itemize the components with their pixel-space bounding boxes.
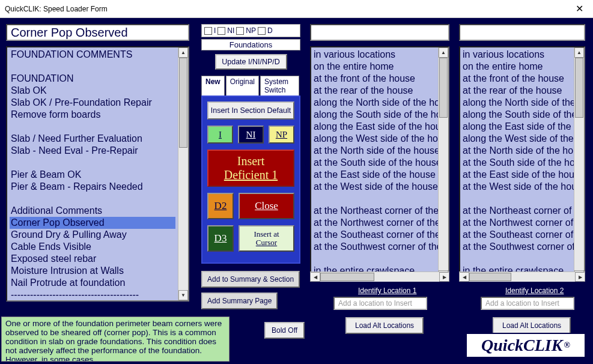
scroll-up-icon[interactable]: ▲	[574, 47, 584, 58]
list-item[interactable]: along the South side of the house	[463, 109, 571, 121]
list-item[interactable]: Slab OK / Pre-Foundation Repair	[10, 97, 175, 109]
list-item[interactable]: along the East side of the house	[463, 121, 571, 133]
loc1-scrollbar[interactable]: ▲ ▼	[438, 47, 448, 281]
list-item[interactable]: Slab OK	[10, 85, 175, 97]
list-item[interactable]	[10, 193, 175, 205]
tab-original[interactable]: Original	[226, 76, 259, 96]
list-item[interactable]: FOUNDATION	[10, 73, 175, 85]
list-item[interactable]: at the front of the house	[463, 73, 571, 85]
bold-off-button[interactable]: Bold Off	[264, 322, 305, 339]
d3-button[interactable]: D3	[207, 225, 234, 252]
list-item[interactable]: Remove form boards	[10, 109, 175, 121]
scroll-right-icon[interactable]: ▶	[439, 272, 449, 282]
list-item[interactable]: at the East side of the house	[314, 169, 436, 181]
list-item[interactable]: in various locations	[463, 49, 571, 61]
list-item[interactable]: at the South side of the house	[314, 157, 436, 169]
location2-input[interactable]: Add a location to Insert	[481, 297, 574, 310]
scroll-thumb[interactable]	[439, 58, 448, 118]
add-summary-section-button[interactable]: Add to Summary & Section	[201, 271, 300, 288]
location2-header-input[interactable]	[459, 24, 585, 41]
insert-i-button[interactable]: I	[207, 126, 233, 144]
list-item[interactable]: Pier & Beam OK	[10, 169, 175, 181]
list-item[interactable]: at the rear of the house	[314, 85, 436, 97]
list-item[interactable]: at the rear of the house	[463, 85, 571, 97]
checkbox-d[interactable]	[258, 27, 266, 35]
scroll-thumb[interactable]	[179, 58, 187, 148]
list-item[interactable]: on the entire home	[314, 61, 436, 73]
list-item[interactable]: in various locations	[314, 49, 436, 61]
list-item[interactable]: at the Southwest corner of the	[314, 241, 436, 253]
loc2-scrollbar[interactable]: ▲ ▼	[574, 47, 584, 281]
list-item[interactable]: at the Southwest corner of the	[463, 241, 571, 253]
scroll-left-icon[interactable]: ◀	[310, 272, 320, 282]
list-item[interactable]: at the East side of the house	[463, 169, 571, 181]
list-item[interactable]: Pier & Beam - Repairs Needed	[10, 181, 175, 193]
close-icon[interactable]: ✕	[571, 3, 588, 14]
list-item[interactable]: Corner Pop Observed	[10, 217, 175, 229]
list-item[interactable]	[314, 253, 436, 265]
list-item[interactable]	[314, 193, 436, 205]
list-item[interactable]: Moisture Intrusion at Walls	[10, 265, 175, 277]
loc1-hscroll[interactable]: ◀ ▶	[310, 271, 449, 282]
list-item[interactable]: at the North side of the house	[463, 145, 571, 157]
list-item[interactable]: at the Northwest corner of the	[463, 217, 571, 229]
list-item[interactable]: Nail Protrude at foundation	[10, 277, 175, 289]
d2-button[interactable]: D2	[207, 193, 234, 219]
checkbox-i[interactable]	[204, 27, 212, 35]
list-item[interactable]	[10, 61, 175, 73]
insert-section-default-button[interactable]: Insert In Section Default	[207, 102, 294, 120]
list-item[interactable]: along the North side of the house	[463, 97, 571, 109]
list-item[interactable]: Cable Ends Visible	[10, 241, 175, 253]
list-item[interactable]: Additional Comments	[10, 205, 175, 217]
list-item[interactable]	[463, 253, 571, 265]
list-item[interactable]: ----------------------------------------	[10, 289, 175, 300]
list-item[interactable]: Slab / Need Further Evaluation	[10, 133, 175, 145]
list-item[interactable]: at the Northwest corner of the	[314, 217, 436, 229]
scroll-left-icon[interactable]: ◀	[459, 272, 469, 282]
comments-listbox[interactable]: FOUNDATION COMMENTSFOUNDATIONSlab OKSlab…	[6, 46, 189, 302]
load-alt-locations-1-button[interactable]: Load Alt Locations	[345, 317, 424, 334]
location1-header-input[interactable]	[310, 24, 449, 41]
list-item[interactable]	[463, 193, 571, 205]
insert-at-cursor-button[interactable]: Insert at Cursor	[239, 225, 294, 252]
list-item[interactable]: on the entire home	[463, 61, 571, 73]
load-alt-locations-2-button[interactable]: Load Alt Locations	[493, 317, 571, 334]
list-item[interactable]: at the South side of the house	[463, 157, 571, 169]
checkbox-np[interactable]	[236, 27, 244, 35]
list-item[interactable]: at the Northeast corner of the	[314, 205, 436, 217]
insert-ni-button[interactable]: NI	[238, 126, 264, 144]
list-item[interactable]: along the South side of the house	[314, 109, 436, 121]
scroll-down-icon[interactable]: ▼	[178, 290, 188, 300]
location-list-1[interactable]: in various locationson the entire homeat…	[310, 46, 449, 282]
list-item[interactable]: FOUNDATION COMMENTS	[10, 49, 175, 61]
hscroll-thumb[interactable]	[469, 273, 511, 281]
list-item[interactable]: at the North side of the house	[314, 145, 436, 157]
add-summary-page-button[interactable]: Add Summary Page	[201, 293, 278, 309]
location-list-2[interactable]: in various locationson the entire homeat…	[459, 46, 585, 282]
list-item[interactable]: at the West side of the house	[463, 181, 571, 193]
checkbox-ni[interactable]	[217, 27, 225, 35]
list-item[interactable]: along the East side of the house	[314, 121, 436, 133]
scroll-thumb[interactable]	[575, 58, 583, 118]
listbox-scrollbar[interactable]: ▲ ▼	[178, 47, 188, 300]
list-item[interactable]: along the West side of the house	[463, 133, 571, 145]
list-item[interactable]: at the Northeast corner of the	[463, 205, 571, 217]
list-item[interactable]: along the North side of the house	[314, 97, 436, 109]
list-item[interactable]: Slab - Need Eval - Pre-Repair	[10, 145, 175, 157]
close-button[interactable]: Close	[239, 193, 294, 219]
list-item[interactable]	[10, 157, 175, 169]
list-item[interactable]: at the West side of the house	[314, 181, 436, 193]
list-item[interactable]: Ground Dry & Pulling Away	[10, 229, 175, 241]
insert-np-button[interactable]: NP	[269, 126, 294, 144]
list-item[interactable]: at the Southeast corner of the	[314, 229, 436, 241]
insert-deficient-button[interactable]: Insert Deficient 1	[207, 150, 294, 187]
list-item[interactable]: along the West side of the house	[314, 133, 436, 145]
tab-new[interactable]: New	[201, 76, 225, 96]
loc2-hscroll[interactable]: ◀ ▶	[459, 271, 585, 282]
tab-system-switch[interactable]: System Switch	[260, 76, 299, 96]
list-item[interactable]: Exposed steel rebar	[10, 253, 175, 265]
list-item[interactable]: at the front of the house	[314, 73, 436, 85]
location1-input[interactable]: Add a location to Insert	[333, 297, 427, 310]
scroll-right-icon[interactable]: ▶	[575, 272, 585, 282]
list-item[interactable]: at the Southeast corner of the	[463, 229, 571, 241]
